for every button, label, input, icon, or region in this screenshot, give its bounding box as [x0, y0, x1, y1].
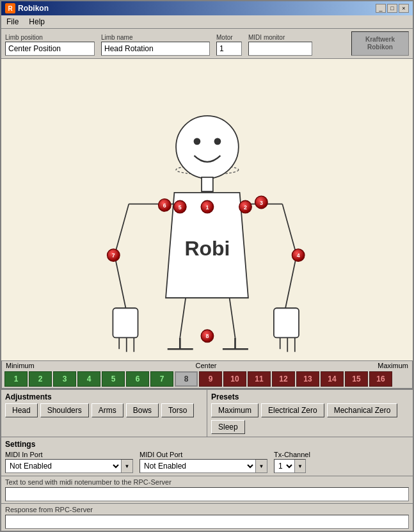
svg-rect-18	[274, 308, 299, 337]
center-label: Center	[195, 362, 216, 369]
rpc-send-input[interactable]	[5, 487, 409, 501]
slider-cells: 1 2 3 4 5 6 7 8 9 10 11 12 13 14 15 16	[2, 370, 412, 388]
tx-channel-dropdown-arrow[interactable]: ▼	[294, 460, 305, 472]
motor-group: Motor	[216, 34, 242, 56]
limb-position-input[interactable]	[5, 42, 95, 56]
midi-in-dropdown[interactable]: Not Enabled ▼	[5, 459, 133, 473]
slider-cell-10[interactable]: 10	[223, 371, 246, 387]
main-window: R Robikon _ □ × File Help Limb position …	[0, 0, 414, 532]
bottom-panel: Minimum Center Maximum 1 2 3 4 5 6 7 8 9…	[1, 360, 413, 531]
slider-cell-3[interactable]: 3	[53, 371, 76, 387]
title-bar: R Robikon _ □ ×	[1, 1, 413, 15]
midi-in-label: MIDI In Port	[5, 451, 133, 458]
adj-shoulders-button[interactable]: Shoulders	[40, 403, 89, 417]
svg-text:3: 3	[260, 200, 263, 206]
maximize-button[interactable]: □	[387, 4, 397, 13]
rpc-response-display	[5, 515, 409, 529]
midi-in-field: MIDI In Port Not Enabled ▼	[5, 451, 133, 473]
limb-position-label: Limb position	[5, 34, 95, 41]
svg-point-2	[176, 116, 239, 179]
limb-name-group: Limb name	[101, 34, 210, 56]
presets-buttons: Maximum Electrical Zero Mechanical Zero …	[211, 403, 409, 434]
close-button[interactable]: ×	[399, 4, 409, 13]
limb-position-group: Limb position	[5, 34, 95, 56]
motor-input[interactable]	[216, 42, 242, 56]
tx-channel-label: Tx-Channel	[274, 451, 310, 458]
limb-name-input[interactable]	[101, 42, 210, 56]
slider-cell-14[interactable]: 14	[321, 371, 344, 387]
adjustments-header: Adjustments	[5, 392, 203, 401]
max-label: Maximum	[378, 362, 408, 369]
midi-monitor-label: MIDI monitor	[248, 34, 312, 41]
svg-text:6: 6	[163, 202, 166, 209]
logo: KraftwerkRobikon	[351, 31, 409, 56]
svg-text:2: 2	[244, 204, 247, 211]
midi-out-dropdown-arrow[interactable]: ▼	[255, 460, 267, 472]
slider-cell-13[interactable]: 13	[296, 371, 319, 387]
midi-out-select[interactable]: Not Enabled	[140, 460, 255, 472]
slider-labels: Minimum Center Maximum	[2, 361, 412, 370]
slider-cell-15[interactable]: 15	[345, 371, 368, 387]
title-buttons: _ □ ×	[376, 4, 409, 13]
adj-bows-button[interactable]: Bows	[126, 403, 159, 417]
adj-torso-button[interactable]: Torso	[161, 403, 194, 417]
tx-channel-select[interactable]: 1	[275, 460, 294, 472]
title-bar-left: R Robikon	[5, 3, 49, 13]
preset-sleep-button[interactable]: Sleep	[211, 420, 245, 434]
settings-header: Settings	[5, 440, 409, 449]
adjustments-section: Adjustments Head Shoulders Arms Bows Tor…	[1, 389, 207, 437]
preset-elec-zero-button[interactable]: Electrical Zero	[261, 403, 324, 417]
slider-cell-8[interactable]: 8	[175, 371, 198, 387]
slider-cell-11[interactable]: 11	[248, 371, 271, 387]
preset-maximum-button[interactable]: Maximum	[211, 403, 259, 417]
svg-rect-5	[202, 177, 213, 191]
slider-cell-2[interactable]: 2	[29, 371, 52, 387]
settings-row: MIDI In Port Not Enabled ▼ MIDI Out Port…	[5, 451, 409, 473]
midi-out-field: MIDI Out Port Not Enabled ▼	[139, 451, 267, 473]
toolbar: Limb position Limb name Motor MIDI monit…	[1, 29, 413, 59]
svg-point-3	[194, 138, 201, 145]
robot-svg: Robi	[1, 59, 413, 360]
robot-canvas: Robi	[1, 59, 413, 360]
midi-slider-section: Minimum Center Maximum 1 2 3 4 5 6 7 8 9…	[1, 360, 413, 389]
presets-section: Presets Maximum Electrical Zero Mechanic…	[207, 389, 413, 437]
midi-monitor-group: MIDI monitor	[248, 34, 312, 56]
slider-cell-7[interactable]: 7	[150, 371, 173, 387]
rpc-response-section: Response from RPC-Server	[1, 503, 413, 531]
adj-head-button[interactable]: Head	[5, 403, 38, 417]
svg-text:7: 7	[112, 252, 115, 259]
svg-point-4	[214, 138, 221, 145]
midi-monitor-input[interactable]	[248, 42, 312, 56]
midi-out-label: MIDI Out Port	[139, 451, 267, 458]
limb-name-label: Limb name	[101, 34, 210, 41]
tx-channel-field: Tx-Channel 1 ▼	[274, 451, 310, 473]
menu-bar: File Help	[1, 15, 413, 29]
menu-file[interactable]: File	[4, 17, 21, 27]
minimize-button[interactable]: _	[376, 4, 386, 13]
tx-channel-dropdown[interactable]: 1 ▼	[274, 459, 306, 473]
svg-rect-14	[113, 308, 138, 337]
slider-cell-5[interactable]: 5	[102, 371, 125, 387]
min-label: Minimum	[6, 362, 35, 369]
slider-cell-12[interactable]: 12	[272, 371, 295, 387]
motor-label: Motor	[216, 34, 242, 41]
slider-cell-9[interactable]: 9	[199, 371, 222, 387]
adj-arms-button[interactable]: Arms	[92, 403, 123, 417]
adjustments-buttons: Head Shoulders Arms Bows Torso	[5, 403, 203, 417]
svg-text:4: 4	[297, 252, 300, 259]
rpc-send-section: Text to send with midi notenumber to the…	[1, 476, 413, 503]
slider-cell-6[interactable]: 6	[126, 371, 149, 387]
midi-in-dropdown-arrow[interactable]: ▼	[121, 460, 132, 472]
slider-cell-4[interactable]: 4	[77, 371, 100, 387]
menu-help[interactable]: Help	[26, 17, 47, 27]
svg-text:Robi: Robi	[184, 237, 230, 260]
midi-in-select[interactable]: Not Enabled	[6, 460, 121, 472]
preset-mech-zero-button[interactable]: Mechanical Zero	[327, 403, 398, 417]
slider-cell-16[interactable]: 16	[369, 371, 392, 387]
midi-out-dropdown[interactable]: Not Enabled ▼	[139, 459, 267, 473]
slider-cell-1[interactable]: 1	[4, 371, 28, 387]
app-icon: R	[5, 3, 15, 13]
rpc-send-label: Text to send with midi notenumber to the…	[5, 478, 409, 486]
window-title: Robikon	[18, 4, 49, 13]
settings-section: Settings MIDI In Port Not Enabled ▼ MIDI…	[1, 437, 413, 476]
